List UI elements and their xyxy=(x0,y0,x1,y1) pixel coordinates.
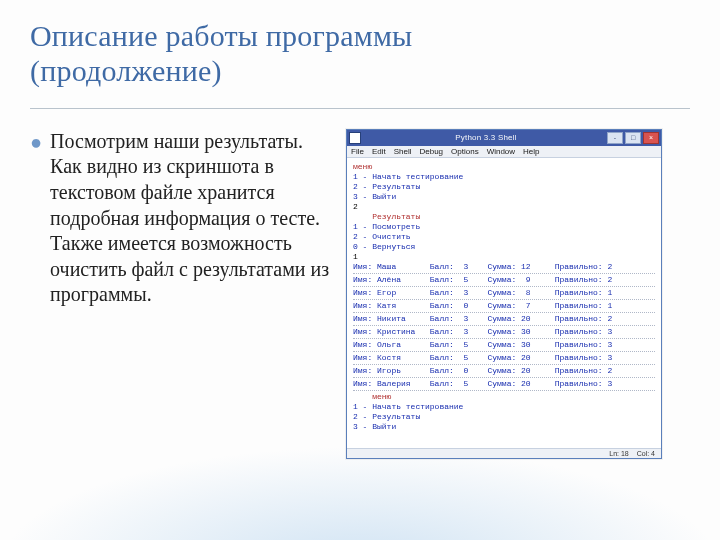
menu-shell[interactable]: Shell xyxy=(394,147,412,156)
title-line-2: (продолжение) xyxy=(30,54,222,87)
menu-help[interactable]: Help xyxy=(523,147,539,156)
minimize-button[interactable]: - xyxy=(607,132,623,144)
menu-edit[interactable]: Edit xyxy=(372,147,386,156)
slide: Описание работы программы (продолжение) … xyxy=(0,0,720,540)
menu-file[interactable]: File xyxy=(351,147,364,156)
window-buttons: - □ × xyxy=(607,132,659,144)
menu-options[interactable]: Options xyxy=(451,147,479,156)
close-button[interactable]: × xyxy=(643,132,659,144)
bullet-icon: ● xyxy=(30,129,42,308)
bullet-item: ● Посмотрим наши результаты. Как видно и… xyxy=(30,129,330,308)
menu-bar: File Edit Shell Debug Options Window Hel… xyxy=(347,146,661,158)
menu-debug[interactable]: Debug xyxy=(419,147,443,156)
title-divider xyxy=(30,108,690,109)
window-titlebar: Python 3.3 Shell - □ × xyxy=(347,130,661,146)
window-title: Python 3.3 Shell xyxy=(365,133,607,142)
console-output: меню1 - Начать тестирование2 - Результат… xyxy=(347,158,661,448)
menu-window[interactable]: Window xyxy=(487,147,515,156)
app-icon xyxy=(349,132,361,144)
bullet-text: Посмотрим наши результаты. Как видно из … xyxy=(50,129,330,308)
body-text-column: ● Посмотрим наши результаты. Как видно и… xyxy=(30,129,330,459)
title-line-1: Описание работы программы xyxy=(30,19,412,52)
status-column: Col: 4 xyxy=(637,450,655,457)
status-bar: Ln: 18 Col: 4 xyxy=(347,448,661,458)
screenshot-column: Python 3.3 Shell - □ × File Edit Shell D… xyxy=(346,129,662,459)
python-shell-window: Python 3.3 Shell - □ × File Edit Shell D… xyxy=(346,129,662,459)
status-line: Ln: 18 xyxy=(609,450,628,457)
maximize-button[interactable]: □ xyxy=(625,132,641,144)
slide-title: Описание работы программы (продолжение) xyxy=(30,18,690,89)
slide-body: ● Посмотрим наши результаты. Как видно и… xyxy=(30,129,690,459)
